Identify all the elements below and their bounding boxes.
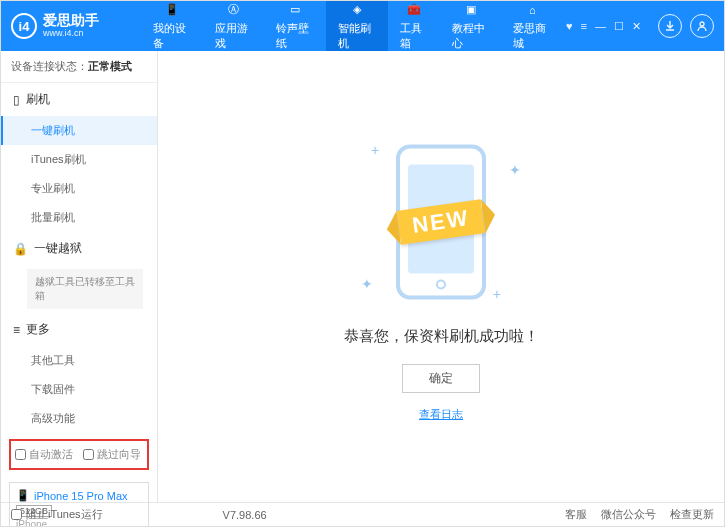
device-icon: 📱 [164,2,180,18]
close-icon[interactable]: ✕ [629,20,644,33]
success-message: 恭喜您，保资料刷机成功啦！ [344,327,539,346]
list-icon[interactable]: ≡ [578,20,590,32]
sidebar-item-other-tools[interactable]: 其他工具 [1,346,157,375]
flash-icon: ◈ [349,2,365,18]
ok-button[interactable]: 确定 [402,364,480,393]
logo-icon: i4 [11,13,37,39]
version-label: V7.98.66 [223,509,267,521]
footer-link-wechat[interactable]: 微信公众号 [601,507,656,522]
sidebar-item-oneclick-flash[interactable]: 一键刷机 [1,116,157,145]
tab-toolbox[interactable]: 🧰 工具箱 [388,1,440,51]
toolbox-icon: 🧰 [406,2,422,18]
success-illustration: + ✦ ✦ + NEW [351,132,531,312]
minimize-icon[interactable]: — [592,20,609,32]
tab-mall[interactable]: ⌂ 爱思商城 [501,1,563,51]
download-icon [664,20,676,32]
download-button[interactable] [658,14,682,38]
app-title: 爱思助手 [43,13,99,28]
connection-status: 设备连接状态：正常模式 [1,51,157,83]
skip-wizard-checkbox[interactable]: 跳过向导 [83,447,141,462]
sidebar-item-batch-flash[interactable]: 批量刷机 [1,203,157,232]
options-highlight-box: 自动激活 跳过向导 [9,439,149,470]
tab-tutorials[interactable]: ▣ 教程中心 [440,1,502,51]
tutorial-icon: ▣ [463,2,479,18]
sidebar: 设备连接状态：正常模式 ▯ 刷机 一键刷机 iTunes刷机 专业刷机 批量刷机… [1,51,158,502]
maximize-icon[interactable]: ☐ [611,20,627,33]
tab-apps-games[interactable]: Ⓐ 应用游戏 [203,1,265,51]
app-logo: i4 爱思助手 www.i4.cn [11,13,141,39]
main-content: + ✦ ✦ + NEW 恭喜您，保资料刷机成功啦！ 确定 查看日志 [158,51,724,502]
phone-icon: 📱 [16,489,30,502]
tab-my-device[interactable]: 📱 我的设备 [141,1,203,51]
svg-point-0 [700,22,704,26]
sidebar-jailbreak-note: 越狱工具已转移至工具箱 [27,269,143,309]
more-icon: ≡ [13,323,20,337]
sidebar-section-flash[interactable]: ▯ 刷机 [1,83,157,116]
sidebar-item-advanced[interactable]: 高级功能 [1,404,157,433]
app-url: www.i4.cn [43,29,99,39]
menu-icon[interactable]: ♥ [563,20,576,32]
sidebar-section-jailbreak[interactable]: 🔒 一键越狱 [1,232,157,265]
user-icon [696,20,708,32]
lock-icon: 🔒 [13,242,28,256]
sidebar-item-pro-flash[interactable]: 专业刷机 [1,174,157,203]
tab-ringtones[interactable]: ▭ 铃声壁纸 [264,1,326,51]
sidebar-section-more[interactable]: ≡ 更多 [1,313,157,346]
view-log-link[interactable]: 查看日志 [419,407,463,422]
sidebar-item-itunes-flash[interactable]: iTunes刷机 [1,145,157,174]
auto-activate-checkbox[interactable]: 自动激活 [15,447,73,462]
footer-link-support[interactable]: 客服 [565,507,587,522]
tab-smart-flash[interactable]: ◈ 智能刷机 [326,1,388,51]
apps-icon: Ⓐ [225,2,241,18]
nav-tabs: 📱 我的设备 Ⓐ 应用游戏 ▭ 铃声壁纸 ◈ 智能刷机 🧰 工具箱 ▣ 教程中心… [141,1,563,51]
device-name-label: iPhone 15 Pro Max [34,490,128,502]
block-itunes-checkbox[interactable]: 阻止iTunes运行 [11,507,103,522]
flash-section-icon: ▯ [13,93,20,107]
mall-icon: ⌂ [524,2,540,18]
user-button[interactable] [690,14,714,38]
window-controls: ♥ ≡ — ☐ ✕ [563,20,644,33]
sidebar-item-download-firmware[interactable]: 下载固件 [1,375,157,404]
titlebar: i4 爱思助手 www.i4.cn 📱 我的设备 Ⓐ 应用游戏 ▭ 铃声壁纸 ◈… [1,1,724,51]
ringtone-icon: ▭ [287,2,303,18]
footer-link-update[interactable]: 检查更新 [670,507,714,522]
